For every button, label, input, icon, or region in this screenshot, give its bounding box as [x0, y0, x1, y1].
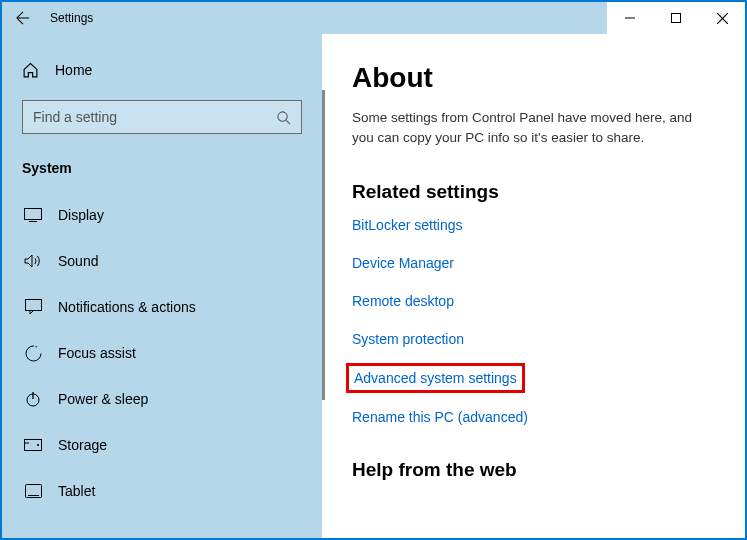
- close-button[interactable]: [699, 2, 745, 34]
- category-label: System: [22, 160, 302, 176]
- maximize-icon: [671, 13, 681, 23]
- back-button[interactable]: [16, 11, 30, 25]
- settings-window: Settings Home: [0, 0, 747, 540]
- page-title: About: [352, 62, 719, 94]
- sound-icon: [24, 254, 42, 268]
- nav-label: Power & sleep: [58, 391, 148, 407]
- back-arrow-icon: [16, 11, 30, 25]
- link-device-manager[interactable]: Device Manager: [352, 255, 719, 271]
- minimize-icon: [625, 13, 635, 23]
- svg-rect-1: [672, 14, 681, 23]
- sidebar-item-focus-assist[interactable]: Focus assist: [22, 332, 302, 374]
- sidebar: Home System Display Sound Notifications …: [2, 34, 322, 538]
- sidebar-item-notifications[interactable]: Notifications & actions: [22, 286, 302, 328]
- link-remote-desktop[interactable]: Remote desktop: [352, 293, 719, 309]
- search-icon: [276, 110, 291, 125]
- home-icon: [22, 62, 39, 79]
- window-controls: [607, 2, 745, 34]
- related-settings-heading: Related settings: [352, 181, 719, 203]
- link-advanced-system-settings[interactable]: Advanced system settings: [352, 369, 519, 387]
- link-rename-this-pc[interactable]: Rename this PC (advanced): [352, 409, 719, 425]
- sidebar-item-storage[interactable]: Storage: [22, 424, 302, 466]
- sidebar-item-power-sleep[interactable]: Power & sleep: [22, 378, 302, 420]
- link-bitlocker-settings[interactable]: BitLocker settings: [352, 217, 719, 233]
- nav-label: Notifications & actions: [58, 299, 196, 315]
- nav-label: Tablet: [58, 483, 95, 499]
- help-from-web-heading: Help from the web: [352, 459, 719, 481]
- page-description: Some settings from Control Panel have mo…: [352, 108, 712, 147]
- home-nav[interactable]: Home: [22, 52, 302, 88]
- nav-label: Storage: [58, 437, 107, 453]
- svg-point-4: [278, 111, 287, 120]
- home-label: Home: [55, 62, 92, 78]
- minimize-button[interactable]: [607, 2, 653, 34]
- close-icon: [717, 13, 728, 24]
- storage-icon: [24, 439, 42, 451]
- svg-rect-6: [25, 209, 42, 220]
- sidebar-item-display[interactable]: Display: [22, 194, 302, 236]
- window-title: Settings: [50, 11, 93, 25]
- sidebar-item-sound[interactable]: Sound: [22, 240, 302, 282]
- search-input[interactable]: [33, 109, 276, 125]
- nav-label: Sound: [58, 253, 98, 269]
- search-box[interactable]: [22, 100, 302, 134]
- focus-assist-icon: [24, 345, 42, 362]
- svg-line-5: [286, 120, 290, 124]
- tablet-icon: [24, 484, 42, 498]
- nav-label: Display: [58, 207, 104, 223]
- scroll-indicator[interactable]: [322, 90, 325, 400]
- titlebar: Settings: [2, 2, 745, 34]
- display-icon: [24, 208, 42, 222]
- sidebar-item-tablet[interactable]: Tablet: [22, 470, 302, 512]
- power-icon: [24, 391, 42, 407]
- nav-label: Focus assist: [58, 345, 136, 361]
- svg-rect-8: [25, 300, 41, 311]
- link-system-protection[interactable]: System protection: [352, 331, 719, 347]
- svg-point-12: [37, 444, 39, 446]
- notifications-icon: [24, 299, 42, 315]
- maximize-button[interactable]: [653, 2, 699, 34]
- main-content: About Some settings from Control Panel h…: [322, 34, 745, 538]
